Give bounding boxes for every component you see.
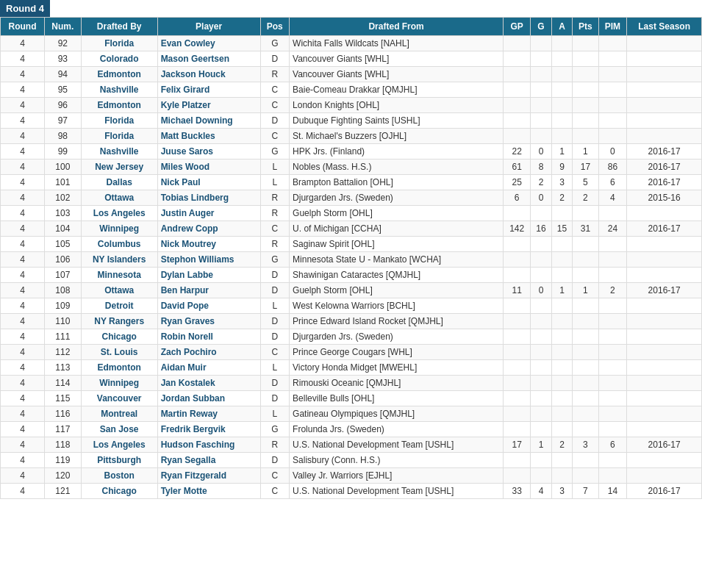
table-row: 4114WinnipegJan KostalekDRimouski Oceani…: [1, 376, 702, 391]
gp-cell: [504, 453, 531, 468]
pos-cell: C: [260, 98, 290, 113]
pim-cell: [598, 376, 627, 391]
round-cell: 4: [1, 437, 45, 453]
player-cell: Ben Harpur: [157, 283, 260, 298]
table-row: 4113EdmontonAidan MuirLVictory Honda Mid…: [1, 360, 702, 376]
team-cell: Chicago: [81, 484, 157, 499]
player-cell: Ryan Fitzgerald: [157, 468, 260, 484]
last-season-cell: 2016-17: [627, 484, 702, 499]
column-header-a: A: [551, 18, 573, 36]
column-header-pts: Pts: [573, 18, 598, 36]
drafted-from-cell: U. of Michigan [CCHA]: [290, 221, 504, 237]
round-cell: 4: [1, 345, 45, 360]
gp-cell: [504, 252, 531, 268]
team-cell: Montreal: [81, 406, 157, 422]
pos-cell: L: [260, 298, 290, 314]
column-header-round: Round: [1, 18, 45, 36]
drafted-from-cell: Shawinigan Cataractes [QMJHL]: [290, 268, 504, 283]
player-cell: Kyle Platzer: [157, 98, 260, 113]
round-cell: 4: [1, 376, 45, 391]
g-cell: [531, 36, 552, 51]
a-cell: [551, 376, 573, 391]
num-cell: 115: [44, 391, 81, 406]
team-cell: Dallas: [81, 175, 157, 190]
pos-cell: D: [260, 391, 290, 406]
a-cell: [551, 468, 573, 484]
num-cell: 108: [44, 283, 81, 298]
team-cell: Edmonton: [81, 360, 157, 376]
team-cell: Minnesota: [81, 268, 157, 283]
num-cell: 119: [44, 453, 81, 468]
a-cell: [551, 113, 573, 129]
round-cell: 4: [1, 51, 45, 67]
pts-cell: [573, 206, 598, 221]
team-cell: San Jose: [81, 422, 157, 437]
gp-cell: 142: [504, 221, 531, 237]
player-cell: Matt Buckles: [157, 129, 260, 144]
team-cell: Vancouver: [81, 391, 157, 406]
pts-cell: [573, 391, 598, 406]
a-cell: [551, 129, 573, 144]
player-cell: Felix Girard: [157, 82, 260, 98]
gp-cell: 11: [504, 283, 531, 298]
num-cell: 97: [44, 113, 81, 129]
table-row: 4116MontrealMartin RewayLGatineau Olympi…: [1, 406, 702, 422]
pim-cell: [598, 468, 627, 484]
num-cell: 114: [44, 376, 81, 391]
gp-cell: [504, 314, 531, 329]
player-cell: Andrew Copp: [157, 221, 260, 237]
pts-cell: [573, 51, 598, 67]
num-cell: 120: [44, 468, 81, 484]
player-cell: Tobias Lindberg: [157, 190, 260, 206]
pim-cell: 2: [598, 283, 627, 298]
pim-cell: 24: [598, 221, 627, 237]
last-season-cell: 2016-17: [627, 175, 702, 190]
pos-cell: C: [260, 221, 290, 237]
g-cell: [531, 360, 552, 376]
last-season-cell: [627, 376, 702, 391]
g-cell: [531, 422, 552, 437]
num-cell: 101: [44, 175, 81, 190]
a-cell: [551, 298, 573, 314]
gp-cell: [504, 406, 531, 422]
gp-cell: [504, 345, 531, 360]
a-cell: [551, 422, 573, 437]
gp-cell: [504, 360, 531, 376]
player-cell: Jordan Subban: [157, 391, 260, 406]
drafted-from-cell: Victory Honda Midget [MWEHL]: [290, 360, 504, 376]
g-cell: [531, 453, 552, 468]
drafted-from-cell: Brampton Battalion [OHL]: [290, 175, 504, 190]
gp-cell: [504, 468, 531, 484]
table-row: 4101DallasNick PaulLBrampton Battalion […: [1, 175, 702, 190]
pim-cell: [598, 345, 627, 360]
drafted-from-cell: Frolunda Jrs. (Sweden): [290, 422, 504, 437]
last-season-cell: [627, 406, 702, 422]
pts-cell: [573, 98, 598, 113]
pts-cell: [573, 113, 598, 129]
column-header-drafted-by: Drafted By: [81, 18, 157, 36]
drafted-from-cell: HPK Jrs. (Finland): [290, 144, 504, 159]
table-row: 4112St. LouisZach PochiroCPrince George …: [1, 345, 702, 360]
a-cell: 3: [551, 484, 573, 499]
gp-cell: [504, 391, 531, 406]
last-season-cell: [627, 237, 702, 252]
pim-cell: 86: [598, 159, 627, 175]
drafted-from-cell: Prince George Cougars [WHL]: [290, 345, 504, 360]
player-cell: Dylan Labbe: [157, 268, 260, 283]
g-cell: [531, 314, 552, 329]
num-cell: 121: [44, 484, 81, 499]
num-cell: 118: [44, 437, 81, 453]
drafted-from-cell: Gatineau Olympiques [QMJHL]: [290, 406, 504, 422]
pts-cell: [573, 268, 598, 283]
drafted-from-cell: Djurgarden Jrs. (Sweden): [290, 190, 504, 206]
last-season-cell: [627, 391, 702, 406]
round-cell: 4: [1, 36, 45, 51]
a-cell: [551, 360, 573, 376]
pos-cell: R: [260, 237, 290, 252]
pos-cell: G: [260, 144, 290, 159]
drafted-from-cell: West Kelowna Warriors [BCHL]: [290, 298, 504, 314]
a-cell: [551, 453, 573, 468]
pos-cell: R: [260, 67, 290, 82]
g-cell: 2: [531, 175, 552, 190]
g-cell: [531, 67, 552, 82]
